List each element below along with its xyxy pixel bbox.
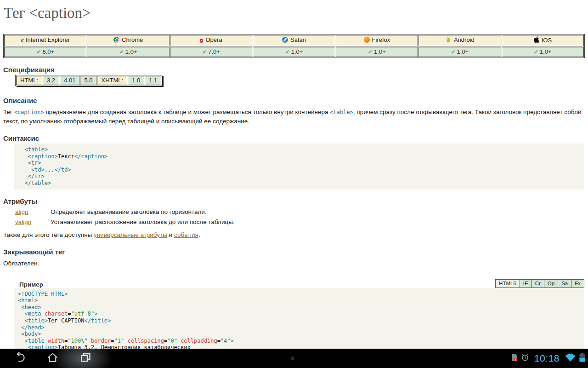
spec-cell: HTML: — [16, 76, 42, 85]
center-notification-dot — [291, 356, 294, 360]
specification-heading: Спецификация — [0, 66, 588, 74]
code-line: </tr> — [18, 173, 581, 180]
code-line: <meta charset="utf-8"> — [18, 310, 581, 317]
android-icon — [445, 36, 452, 44]
check-icon: ✔ — [285, 49, 290, 55]
back-button[interactable] — [13, 352, 26, 365]
wifi-icon — [565, 353, 576, 364]
code-line: <table width="100%" border="1" cellspaci… — [18, 338, 581, 345]
browser-name-cell: Firefox — [336, 35, 418, 46]
page: Тег <caption> eInternet ExplorerChromeOp… — [0, 0, 588, 368]
spec-cell: 1.1 — [145, 76, 161, 85]
browser-version-cell: ✔7.0+ — [170, 47, 252, 57]
check-icon: ✔ — [534, 49, 538, 55]
example-tab-cr[interactable]: Cr — [532, 279, 544, 288]
browser-version-cell: ✔1.0+ — [336, 47, 418, 57]
description-heading: Описание — [0, 97, 588, 104]
browser-version-cell: ✔6.0+ — [4, 47, 86, 57]
example-heading: Пример — [19, 281, 43, 288]
firefox-icon — [364, 37, 370, 43]
browser-support-table: eInternet ExplorerChromeOperaSafariFiref… — [3, 34, 585, 58]
status-cluster[interactable]: 10:18 — [510, 349, 585, 368]
browser-name-cell: Chrome — [87, 35, 169, 46]
attributes-note: Также для этого тега доступны универсаль… — [3, 231, 584, 238]
page-title: Тег <caption> — [0, 0, 588, 22]
recents-icon — [79, 351, 92, 366]
back-icon — [13, 351, 26, 366]
closing-tag-heading: Закрывающий тег — [0, 248, 588, 256]
browser-version-cell: ✔1.0+ — [253, 47, 335, 57]
code-line: </head> — [18, 324, 581, 331]
code-line: <html> — [18, 297, 581, 304]
example-tab-fx[interactable]: Fx — [571, 279, 584, 288]
home-button[interactable] — [46, 352, 59, 365]
example-tab-ie[interactable]: IE — [520, 279, 532, 288]
spec-cell: XHTML: — [97, 76, 127, 85]
attribute-description: Определяет выравнивание заголовка по гор… — [51, 208, 588, 215]
check-icon: ✔ — [368, 49, 373, 55]
spec-cell: 1.0 — [128, 76, 144, 85]
safari-icon — [282, 37, 288, 43]
attributes-heading: Атрибуты — [0, 197, 588, 205]
chrome-icon — [113, 37, 119, 43]
code-line: <td>...</td> — [18, 167, 581, 173]
code-line: <caption>Текст</caption> — [18, 153, 581, 160]
attribute-row: alignОпределяет выравнивание заголовка п… — [15, 208, 588, 215]
code-line: <head> — [18, 304, 581, 311]
system-navigation-bar: 10:18 — [0, 349, 588, 368]
browser-name-cell: iOS — [502, 35, 584, 46]
ie-icon: e — [21, 36, 24, 43]
example-tab-op[interactable]: Op — [544, 279, 558, 288]
code-line: <title>Тег CAPTION</title> — [18, 317, 581, 324]
spec-cell: 3.2 — [43, 76, 59, 85]
description-paragraph: Тег <caption> предназначен для создания … — [3, 108, 584, 126]
code-line: <table> — [18, 146, 581, 153]
check-icon: ✔ — [202, 49, 207, 55]
battery-icon — [579, 353, 585, 364]
browser-version-cell: ✔1.0+ — [418, 47, 501, 57]
attribute-link-align[interactable]: align — [15, 208, 28, 215]
browser-name-cell: Android — [418, 35, 501, 46]
browser-name-cell: Safari — [253, 35, 335, 46]
inline-tag-code: <caption> — [14, 109, 44, 115]
check-icon: ✔ — [119, 49, 124, 55]
check-icon: ✔ — [36, 49, 41, 55]
alarm-icon — [521, 353, 529, 363]
code-line: <!DOCTYPE HTML> — [18, 291, 581, 298]
clock: 10:18 — [534, 353, 560, 364]
inline-tag-code: <table> — [330, 109, 353, 115]
attributes-list: alignОпределяет выравнивание заголовка п… — [15, 208, 588, 225]
attribute-row: valignУстанавливает расположение заголов… — [15, 218, 588, 225]
example-tab-html5[interactable]: HTML5 — [495, 279, 520, 288]
code-line: <tr> — [18, 160, 581, 167]
spec-cell: 4.01 — [60, 76, 79, 85]
apple-icon — [533, 36, 539, 45]
code-line: </table> — [18, 180, 581, 187]
nav-buttons — [13, 349, 92, 368]
example-header: Пример HTML5IECrOpSaFx — [19, 279, 584, 288]
example-browser-tabs: HTML5IECrOpSaFx — [495, 279, 584, 288]
browser-name-cell: eInternet Explorer — [4, 35, 86, 46]
inline-link[interactable]: события — [174, 231, 198, 238]
opera-icon — [200, 39, 203, 43]
browser-version-cell: ✔1.0+ — [87, 47, 169, 57]
example-tab-sa[interactable]: Sa — [558, 279, 571, 288]
home-icon — [46, 351, 59, 366]
attribute-link-valign[interactable]: valign — [15, 218, 31, 225]
spec-cell: 5.0 — [80, 76, 96, 85]
closing-tag-text: Обязателен. — [3, 260, 584, 267]
inline-link[interactable]: универсальные атрибуты — [94, 231, 167, 238]
specification-table: HTML:3.24.015.0XHTML:1.01.1 — [15, 75, 162, 86]
recents-button[interactable] — [79, 352, 92, 365]
browser-version-cell: ✔1.0+ — [502, 47, 584, 57]
browser-name-cell: Opera — [170, 35, 252, 46]
code-line: <body> — [18, 331, 581, 338]
attribute-description: Устанавливает расположение заголовка до … — [51, 218, 588, 225]
syntax-heading: Синтаксис — [0, 134, 588, 142]
storage-warning-icon — [510, 353, 518, 364]
check-icon: ✔ — [451, 49, 455, 55]
syntax-code-block: <table> <caption>Текст</caption> <tr> <t… — [14, 144, 584, 190]
